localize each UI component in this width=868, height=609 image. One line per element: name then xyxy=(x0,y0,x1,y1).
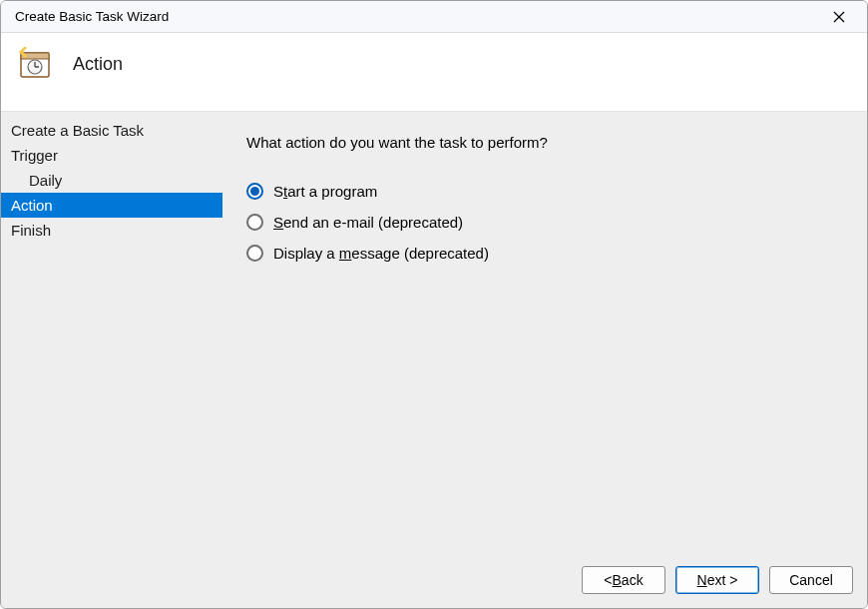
wizard-body: Create a Basic Task Trigger Daily Action… xyxy=(1,112,867,558)
next-button[interactable]: Next > xyxy=(675,566,759,594)
wizard-window: Create Basic Task Wizard Action Cre xyxy=(0,0,868,609)
wizard-sidebar: Create a Basic Task Trigger Daily Action… xyxy=(1,112,222,558)
wizard-header: Action xyxy=(1,33,867,112)
radio-label: Display a message (deprecated) xyxy=(273,245,489,262)
close-button[interactable] xyxy=(819,3,859,31)
sidebar-item-finish[interactable]: Finish xyxy=(1,218,222,243)
radio-icon xyxy=(246,245,263,262)
sidebar-item-label: Finish xyxy=(11,222,51,239)
sidebar-item-daily[interactable]: Daily xyxy=(1,168,222,193)
radio-display-message[interactable]: Display a message (deprecated) xyxy=(246,245,843,262)
radio-label: Start a program xyxy=(273,183,377,200)
scheduler-icon xyxy=(19,47,53,81)
page-title: Action xyxy=(73,54,123,75)
radio-send-email[interactable]: Send an e-mail (deprecated) xyxy=(246,214,843,231)
wizard-footer: < Back Next > Cancel xyxy=(1,558,867,608)
sidebar-item-action[interactable]: Action xyxy=(1,193,222,218)
wizard-content: What action do you want the task to perf… xyxy=(222,112,867,558)
action-prompt: What action do you want the task to perf… xyxy=(246,134,843,151)
sidebar-item-create-basic-task[interactable]: Create a Basic Task xyxy=(1,118,222,143)
cancel-button[interactable]: Cancel xyxy=(769,566,853,594)
sidebar-item-label: Trigger xyxy=(11,147,58,164)
radio-start-program[interactable]: Start a program xyxy=(246,183,843,200)
sidebar-item-label: Action xyxy=(11,197,53,214)
sidebar-item-label: Create a Basic Task xyxy=(11,122,144,139)
close-icon xyxy=(833,11,845,23)
radio-icon xyxy=(246,214,263,231)
sidebar-item-label: Daily xyxy=(29,172,62,189)
titlebar: Create Basic Task Wizard xyxy=(1,1,867,33)
sidebar-item-trigger[interactable]: Trigger xyxy=(1,143,222,168)
window-title: Create Basic Task Wizard xyxy=(15,9,819,24)
radio-label: Send an e-mail (deprecated) xyxy=(273,214,463,231)
back-button[interactable]: < Back xyxy=(582,566,665,594)
radio-icon xyxy=(246,183,263,200)
